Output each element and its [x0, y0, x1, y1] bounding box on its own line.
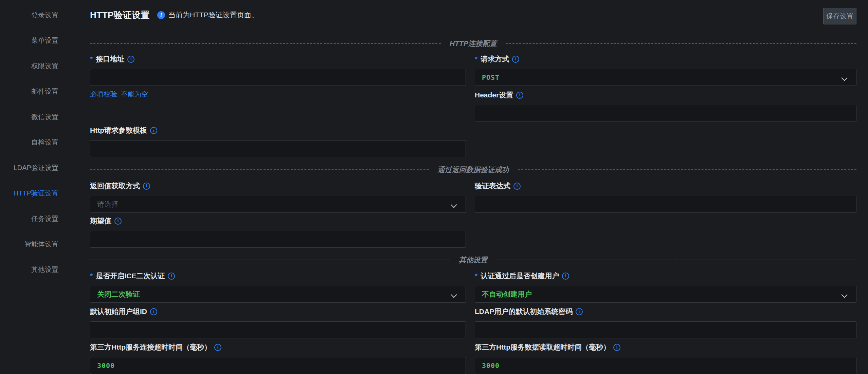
section-divider-other-settings: 其他设置	[90, 255, 856, 265]
field-return-value-method: 返回值获取方式 i 请选择	[90, 182, 466, 213]
sidebar-item-label: 邮件设置	[31, 87, 58, 96]
info-icon[interactable]: i	[150, 127, 157, 134]
field-label-text: 请求方式	[481, 54, 509, 64]
field-create-user-after-auth: * 认证通过后是否创建用户 i 不自动创建用户	[475, 272, 856, 303]
divider-line	[90, 169, 429, 170]
info-icon[interactable]: i	[513, 183, 521, 190]
field-verify-expression: 验证表达式 i	[475, 182, 856, 213]
select-value: 关闭二次验证	[97, 289, 140, 299]
info-icon[interactable]: i	[143, 183, 150, 190]
field-label: * 是否开启ICE二次认证 i	[90, 272, 466, 280]
field-header-config: Header设置 i	[475, 91, 856, 122]
sidebar-item-login[interactable]: 登录设置	[0, 2, 58, 28]
field-http-connect-timeout: 第三方Http服务连接超时时间（毫秒） i 3000	[90, 343, 466, 374]
field-label: * 请求方式 i	[475, 55, 856, 63]
field-label: 验证表达式 i	[475, 182, 856, 190]
field-label-text: 是否开启ICE二次认证	[96, 271, 165, 281]
settings-sidebar: 登录设置 菜单设置 权限设置 邮件设置 微信设置 自检设置 LDAP验证设置 H…	[0, 2, 58, 282]
required-asterisk: *	[475, 272, 477, 280]
select-value: POST	[482, 73, 500, 81]
field-ldap-default-password: LDAP用户的默认初始系统密码 i	[475, 307, 856, 338]
section-title: 其他设置	[450, 255, 496, 265]
field-label: * 认证通过后是否创建用户 i	[475, 272, 856, 280]
chevron-down-icon	[841, 75, 847, 81]
field-label: * 接口地址 i	[90, 55, 466, 63]
sidebar-item-label: 菜单设置	[31, 36, 58, 45]
sidebar-item-agent[interactable]: 智能体设置	[0, 231, 58, 257]
required-asterisk: *	[90, 55, 93, 63]
divider-line	[496, 260, 857, 260]
field-label-text: 默认初始用户组ID	[90, 307, 147, 316]
field-label: LDAP用户的默认初始系统密码 i	[475, 307, 856, 316]
sidebar-item-email[interactable]: 邮件设置	[0, 79, 58, 104]
field-label: Http请求参数模板 i	[90, 126, 466, 135]
field-label: 第三方Http服务连接超时时间（毫秒） i	[90, 343, 466, 352]
field-expected-value: 期望值 i	[90, 217, 466, 248]
sidebar-item-label: 其他设置	[31, 265, 58, 274]
field-label: 默认初始用户组ID i	[90, 307, 466, 316]
return-value-method-select[interactable]: 请选择	[90, 196, 466, 213]
page-subtitle: 当前为HTTP验证设置页面。	[168, 10, 258, 20]
ice-second-auth-select[interactable]: 关闭二次验证	[90, 286, 466, 303]
select-placeholder: 请选择	[97, 200, 119, 209]
field-api-url: * 接口地址 i 必填校验: 不能为空	[90, 55, 466, 99]
sidebar-item-other[interactable]: 其他设置	[0, 257, 58, 282]
field-http-read-timeout: 第三方Http服务数据读取超时时间（毫秒） i 3000	[475, 343, 856, 374]
section-divider-http-connection: HTTP连接配置	[90, 39, 856, 48]
info-icon[interactable]: i	[214, 344, 221, 351]
select-value: 不自动创建用户	[482, 289, 532, 299]
api-url-input[interactable]	[90, 69, 466, 86]
info-icon[interactable]: i	[168, 273, 175, 280]
sidebar-item-http-auth[interactable]: HTTP验证设置	[0, 181, 58, 206]
page-header: HTTP验证设置 i 当前为HTTP验证设置页面。	[90, 8, 258, 22]
save-settings-button[interactable]: 保存设置	[823, 8, 856, 24]
sidebar-item-permission[interactable]: 权限设置	[0, 53, 58, 79]
field-label: 期望值 i	[90, 217, 466, 225]
http-connect-timeout-input[interactable]: 3000	[90, 357, 466, 374]
info-icon[interactable]: i	[613, 344, 620, 351]
ldap-default-password-input[interactable]	[475, 321, 856, 338]
sidebar-item-wechat[interactable]: 微信设置	[0, 104, 58, 130]
chevron-down-icon	[841, 292, 847, 298]
divider-line	[90, 43, 441, 44]
http-read-timeout-input[interactable]: 3000	[475, 357, 856, 374]
info-icon[interactable]: i	[516, 92, 523, 99]
info-icon[interactable]: i	[114, 218, 122, 225]
sidebar-item-label: 自检设置	[31, 138, 58, 147]
field-label-text: 期望值	[90, 216, 111, 226]
create-user-after-auth-select[interactable]: 不自动创建用户	[475, 286, 856, 303]
info-icon[interactable]: i	[150, 308, 157, 315]
http-param-template-input[interactable]	[90, 140, 466, 157]
expected-value-input[interactable]	[90, 231, 466, 248]
validation-error: 必填校验: 不能为空	[90, 90, 466, 99]
default-user-group-id-input[interactable]	[90, 321, 466, 338]
chevron-down-icon	[451, 202, 457, 208]
field-label: Header设置 i	[475, 91, 856, 99]
section-title: 通过返回数据验证成功	[429, 165, 518, 174]
field-default-user-group-id: 默认初始用户组ID i	[90, 307, 466, 338]
info-icon[interactable]: i	[576, 308, 583, 315]
field-label-text: 认证通过后是否创建用户	[481, 271, 559, 281]
sidebar-item-selfcheck[interactable]: 自检设置	[0, 130, 58, 155]
field-label-text: Http请求参数模板	[90, 126, 147, 135]
sidebar-item-menu[interactable]: 菜单设置	[0, 28, 58, 53]
sidebar-item-task[interactable]: 任务设置	[0, 206, 58, 231]
field-label-text: 返回值获取方式	[90, 181, 140, 191]
header-config-input[interactable]	[475, 105, 856, 122]
divider-line	[518, 169, 857, 170]
field-label-text: 验证表达式	[475, 181, 510, 191]
sidebar-item-label: 微信设置	[31, 112, 58, 121]
request-method-select[interactable]: POST	[475, 69, 856, 86]
info-icon[interactable]: i	[127, 56, 134, 63]
sidebar-item-ldap-auth[interactable]: LDAP验证设置	[0, 155, 58, 181]
required-asterisk: *	[475, 55, 477, 63]
divider-line	[90, 260, 450, 260]
required-asterisk: *	[90, 272, 93, 280]
chevron-down-icon	[451, 292, 457, 298]
field-label-text: 第三方Http服务连接超时时间（毫秒）	[90, 342, 211, 352]
field-label: 返回值获取方式 i	[90, 182, 466, 190]
info-icon[interactable]: i	[562, 273, 569, 280]
verify-expression-input[interactable]	[475, 196, 856, 213]
section-divider-return-data-verify: 通过返回数据验证成功	[90, 165, 856, 174]
info-icon[interactable]: i	[512, 56, 519, 63]
